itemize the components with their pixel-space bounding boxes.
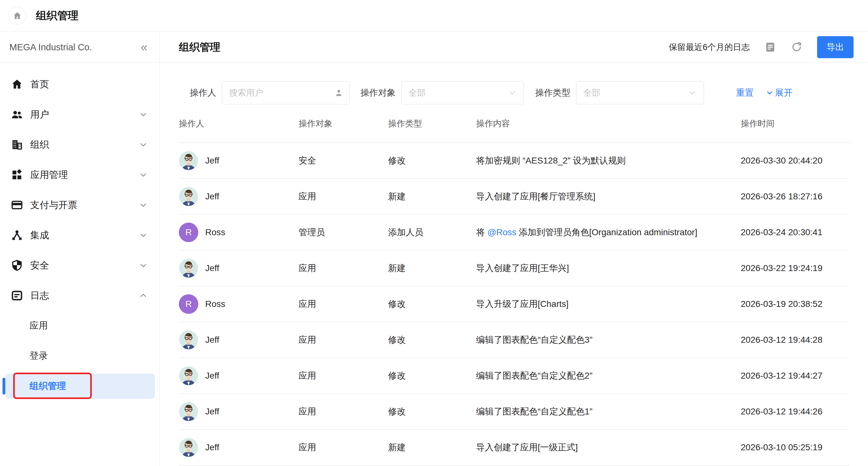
sidebar-item-billing[interactable]: 支付与开票 [0, 190, 159, 220]
type-cell: 修改 [388, 143, 476, 179]
operator-filter-label: 操作人 [190, 87, 216, 99]
chevron-down-icon[interactable] [138, 170, 148, 179]
credit-card-icon [11, 199, 23, 211]
avatar [179, 438, 198, 457]
logs-icon [11, 289, 23, 302]
type-filter-label: 操作类型 [535, 87, 570, 99]
export-button[interactable]: 导出 [817, 36, 854, 58]
type-select-value: 全部 [583, 87, 600, 98]
operator-name: Jeff [205, 156, 219, 166]
type-cell: 添加人员 [388, 214, 476, 250]
active-indicator [2, 378, 5, 395]
avatar [179, 366, 198, 385]
operator-cell: Jeff [179, 366, 299, 385]
type-select[interactable]: 全部 [576, 81, 704, 105]
content-cell: 导入创建了应用[餐厅管理系统] [476, 179, 741, 214]
sidebar-item-apps[interactable]: 应用管理 [0, 160, 159, 190]
content-cell: 导入创建了应用[一级正式] [476, 430, 741, 465]
content-cell: 将 @Ross 添加到管理员角色[Organization administra… [476, 214, 741, 250]
sidebar-item-org[interactable]: 组织 [0, 129, 159, 160]
time-cell: 2026-03-12 19:44:28 [741, 322, 849, 358]
operator-name: Ross [205, 227, 225, 237]
type-cell: 新建 [388, 430, 476, 465]
operator-cell: Jeff [179, 330, 299, 350]
content-cell: 导入创建了应用[王华兴] [476, 250, 741, 286]
type-cell: 新建 [388, 179, 476, 214]
chevron-down-icon [508, 88, 517, 97]
users-icon [11, 108, 23, 121]
selected-item-background [6, 374, 155, 399]
table-row: Jeff应用新建导入创建了应用[餐厅管理系统]2026-03-26 18:27:… [179, 179, 849, 214]
refresh-icon[interactable] [791, 41, 803, 53]
type-cell: 修改 [388, 322, 476, 358]
time-cell: 2026-03-10 05:25:19 [741, 430, 849, 465]
chevron-down-icon [688, 88, 697, 97]
sidebar-item-home[interactable]: 首页 [0, 69, 159, 99]
sidebar-item-logs-login[interactable]: 登录 [0, 341, 159, 371]
user-mention[interactable]: @Ross [488, 227, 516, 237]
content-cell: 将加密规则 “AES128_2” 设为默认规则 [476, 143, 741, 179]
target-select[interactable]: 全部 [401, 81, 524, 105]
type-cell: 修改 [388, 394, 476, 430]
operator-name: Jeff [205, 192, 219, 202]
chevron-down-icon[interactable] [138, 231, 148, 240]
chevron-down-icon[interactable] [138, 261, 148, 270]
chevron-down-icon [766, 89, 774, 97]
chevron-up-icon[interactable] [138, 291, 148, 300]
table-row: Jeff应用新建导入创建了应用[一级正式]2026-03-10 05:25:19 [179, 430, 849, 465]
org-name: MEGA Industrial Co. [9, 42, 92, 53]
search-user-input[interactable] [222, 81, 350, 105]
table-row: Jeff应用修改编辑了图表配色“自定义配色2”2026-03-12 19:44:… [179, 358, 849, 394]
type-cell: 新建 [388, 250, 476, 286]
sidebar-item-security[interactable]: 安全 [0, 250, 159, 281]
reset-button[interactable]: 重置 [736, 87, 754, 99]
sidebar-item-logs[interactable]: 日志 [0, 281, 159, 311]
table-row: Jeff安全修改将加密规则 “AES128_2” 设为默认规则2026-03-3… [179, 143, 849, 179]
target-cell: 应用 [299, 394, 388, 430]
column-header: 操作人 [179, 105, 299, 143]
sidebar-item-logs-org[interactable]: 组织管理 [0, 371, 159, 401]
organization-management-page: { "topbar": { "title": "组织管理" }, "sideba… [0, 0, 868, 466]
chevron-down-icon[interactable] [138, 140, 148, 149]
table-row: RRoss管理员添加人员将 @Ross 添加到管理员角色[Organizatio… [179, 214, 849, 250]
chevron-down-icon[interactable] [138, 200, 148, 210]
home-icon [11, 78, 23, 91]
operator-cell: RRoss [179, 294, 299, 314]
content-body: 操作人 操作对象 全部 操作类型 全部 重置 [160, 63, 868, 466]
person-icon [334, 88, 343, 97]
time-cell: 2026-03-12 19:44:27 [741, 358, 849, 394]
sidebar-item-logs-app[interactable]: 应用 [0, 311, 159, 341]
apps-icon [11, 169, 23, 181]
integration-icon [11, 229, 23, 241]
building-icon [11, 138, 23, 151]
expand-button-label: 展开 [775, 87, 793, 99]
sidebar: MEGA Industrial Co. « 首页用户组织应用管理支付与开票集成安… [0, 32, 160, 466]
content-cell: 导入升级了应用[Charts] [476, 286, 741, 322]
sidebar-item-integration[interactable]: 集成 [0, 220, 159, 250]
sidebar-item-users[interactable]: 用户 [0, 99, 159, 129]
target-cell: 管理员 [299, 214, 388, 250]
content-header: 组织管理 保留最近6个月的日志 导出 [160, 32, 868, 63]
table-row: Jeff应用修改编辑了图表配色“自定义配色3”2026-03-12 19:44:… [179, 322, 849, 358]
log-document-icon[interactable] [764, 41, 776, 53]
operator-name: Jeff [205, 442, 219, 453]
operation-log-table: 操作人操作对象操作类型操作内容操作时间 Jeff安全修改将加密规则 “AES12… [179, 105, 849, 466]
time-cell: 2026-03-19 20:38:52 [741, 286, 849, 322]
content-cell: 编辑了图表配色“自定义配色3” [476, 322, 741, 358]
operator-name: Jeff [205, 263, 219, 273]
main-content: 组织管理 保留最近6个月的日志 导出 操作人 操作对象 全部 [160, 32, 868, 466]
home-button[interactable] [8, 7, 26, 25]
operator-cell: RRoss [179, 223, 299, 242]
expand-button[interactable]: 展开 [766, 87, 793, 99]
avatar [179, 187, 198, 206]
time-cell: 2026-03-12 19:44:26 [741, 394, 849, 430]
avatar [179, 402, 198, 421]
collapse-sidebar-button[interactable]: « [141, 41, 147, 53]
target-cell: 应用 [299, 250, 388, 286]
time-cell: 2026-03-24 20:30:41 [741, 214, 849, 250]
sidebar-nav: 首页用户组织应用管理支付与开票集成安全日志应用登录组织管理 [0, 63, 159, 401]
avatar [179, 151, 198, 170]
page-title: 组织管理 [36, 8, 79, 23]
shield-icon [11, 259, 23, 272]
chevron-down-icon[interactable] [138, 110, 148, 119]
